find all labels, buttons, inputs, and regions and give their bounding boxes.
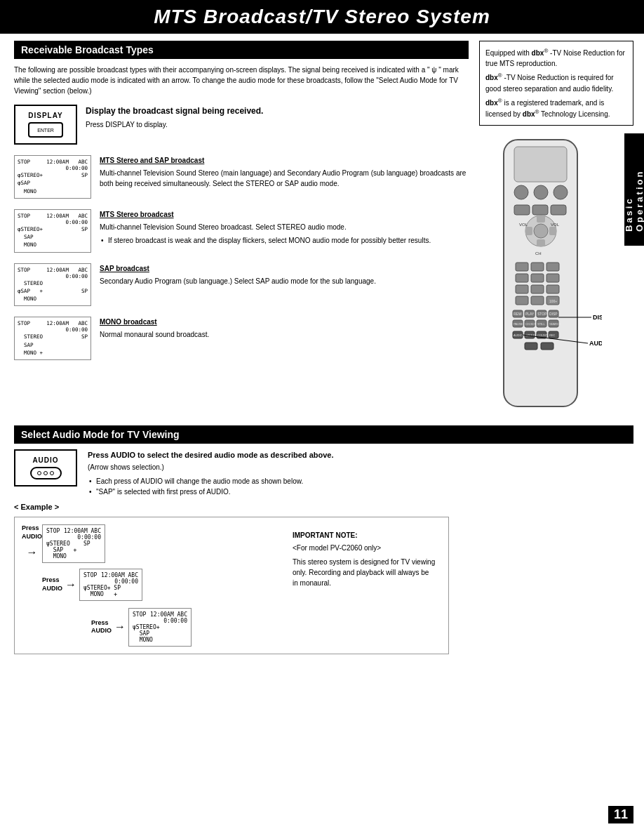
audio-dot-3: [50, 471, 54, 475]
audio-mode-row: AUDIO Press AUDIO to select the desired …: [14, 449, 633, 497]
svg-text:DISP: DISP: [549, 312, 558, 316]
display-button-shape: ENTER: [28, 122, 63, 138]
press-audio-3-row: PressAUDIO → STOP 12:00AM ABC 0:00:00 ψS…: [91, 608, 192, 647]
svg-rect-55: [541, 343, 554, 350]
svg-text:VOL: VOL: [551, 223, 560, 227]
important-note-text: This stereo system is designed for TV vi…: [293, 557, 436, 588]
dbx-line-2: dbx® -TV Noise Reduction is required for…: [485, 72, 627, 93]
text-mono: Normal monaural sound broadcast.: [100, 329, 469, 340]
svg-text:SEARCH: SEARCH: [549, 322, 561, 326]
tv-display-mts-sap: STOP 12:00AM ABC 0:00:00 φSTEREO+SP φSAP…: [14, 155, 91, 199]
page-number: 11: [608, 806, 633, 823]
intro-text: The following are possible broadcast typ…: [14, 65, 469, 96]
text-mts-stereo: Multi-channel Television Sound Stereo br…: [100, 222, 469, 232]
press-audio-1: PressAUDIO: [22, 524, 42, 541]
title-mts-stereo: MTS Stereo broadcast: [100, 209, 469, 220]
important-note-title: IMPORTANT NOTE:: [293, 530, 436, 541]
broadcast-row-mts-sap: STOP 12:00AM ABC 0:00:00 φSTEREO+SP φSAP…: [14, 155, 469, 199]
desc-mts-stereo: MTS Stereo broadcast Multi-channel Telev…: [100, 209, 469, 246]
svg-rect-7: [551, 205, 566, 215]
svg-text:CH.SCP: CH.SCP: [525, 322, 536, 326]
audio-button-box: AUDIO: [14, 449, 77, 486]
arrow-right-2: →: [65, 578, 76, 591]
svg-text:REW: REW: [514, 312, 522, 316]
desc-mono: MONO broadcast Normal monaural sound bro…: [100, 317, 469, 340]
flow-step-1: PressAUDIO →: [22, 524, 42, 562]
svg-rect-20: [516, 274, 528, 282]
svg-text:DISPLAY: DISPLAY: [593, 314, 602, 321]
broadcast-row-sap: STOP 12:00AM ABC 0:00:00 STEREO φSAP +SP…: [14, 263, 469, 307]
audio-label: AUDIO: [32, 456, 58, 464]
svg-rect-13: [549, 227, 556, 235]
dbx-line-3: dbx® is a registered trademark, and is l…: [485, 97, 627, 120]
dbx-box: Equipped with dbx® -TV Noise Reduction f…: [479, 41, 633, 126]
display-instruction: Press DISPLAY to display.: [86, 119, 469, 130]
remote-svg: VOL VOL CH: [479, 136, 602, 417]
svg-text:STOP: STOP: [537, 312, 547, 316]
bullet-mts-stereo: If stereo broadcast is weak and the disp…: [100, 235, 469, 246]
svg-rect-11: [537, 239, 545, 246]
svg-point-4: [554, 185, 568, 199]
svg-text:100+: 100+: [549, 299, 557, 303]
text-mts-sap: Multi-channel Television Sound Stereo (m…: [100, 168, 469, 189]
audio-mode-title: Press AUDIO to select the desired audio …: [88, 449, 633, 462]
svg-text:COUNT: COUNT: [537, 333, 548, 337]
remote-illustration: VOL VOL CH: [479, 136, 633, 418]
svg-point-2: [514, 185, 528, 199]
svg-point-3: [534, 185, 548, 199]
arrow-right-1: →: [27, 546, 38, 559]
page-title: MTS Broadcast/TV Stereo System: [154, 6, 490, 27]
desc-mts-sap: MTS Stereo and SAP broadcast Multi-chann…: [100, 155, 469, 189]
tv-display-mts-stereo: STOP 12:00AM ABC 0:00:00 φSTEREO+SP SAP …: [14, 209, 91, 253]
svg-text:PAUSE: PAUSE: [514, 322, 523, 326]
display-label: DISPLAY: [28, 112, 62, 119]
main-content: Receivable Broadcast Types The following…: [0, 34, 644, 661]
svg-text:REC: REC: [549, 333, 556, 337]
svg-text:VOL: VOL: [519, 223, 528, 227]
receivable-section-header: Receivable Broadcast Types: [14, 41, 469, 59]
display-button-box: DISPLAY ENTER: [14, 105, 77, 145]
audio-mode-section-header: Select Audio Mode for TV Viewing: [14, 425, 633, 444]
svg-rect-5: [514, 205, 530, 215]
right-column: Equipped with dbx® -TV Noise Reduction f…: [479, 41, 633, 418]
svg-rect-27: [531, 296, 544, 305]
tv-display-mono: STOP 12:00AM ABC 0:00:00 STEREOSP SAP MO…: [14, 317, 91, 360]
svg-rect-17: [516, 263, 528, 271]
svg-rect-1: [514, 147, 567, 182]
svg-text:CH: CH: [535, 251, 542, 256]
press-audio-2-row: PressAUDIO → STOP 12:00AM ABC 0:00:00 ψS…: [42, 569, 142, 601]
title-mts-sap: MTS Stereo and SAP broadcast: [100, 155, 469, 166]
audio-dot-1: [37, 471, 41, 475]
broadcast-row-mts-stereo: STOP 12:00AM ABC 0:00:00 φSTEREO+SP SAP …: [14, 209, 469, 253]
desc-sap: SAP broadcast Secondary Audio Program (s…: [100, 263, 469, 286]
title-mono: MONO broadcast: [100, 317, 469, 327]
display-button-row: DISPLAY ENTER Display the broadcast sign…: [14, 105, 469, 145]
broadcast-row-mono: STOP 12:00AM ABC 0:00:00 STEREOSP SAP MO…: [14, 317, 469, 360]
svg-text:PLAY: PLAY: [525, 312, 535, 316]
svg-rect-6: [532, 205, 548, 215]
tv-display-sap: STOP 12:00AM ABC 0:00:00 STEREO φSAP +SP…: [14, 263, 91, 307]
svg-rect-19: [546, 263, 559, 271]
display-description: Display the broadcast signal being recei…: [86, 105, 469, 130]
svg-rect-23: [516, 285, 528, 293]
svg-text:STILL: STILL: [537, 322, 545, 326]
important-note: IMPORTANT NOTE: <For model PV-C2060 only…: [287, 524, 441, 594]
svg-rect-24: [531, 285, 544, 293]
audio-dot-2: [43, 471, 48, 475]
svg-text:AUDIO: AUDIO: [514, 333, 523, 337]
svg-rect-26: [516, 296, 528, 305]
tv-small-2: STOP 12:00AM ABC 0:00:00 ψSTEREO+ SP MON…: [79, 569, 142, 601]
svg-rect-12: [525, 227, 532, 235]
important-note-col: IMPORTANT NOTE: <For model PV-C2060 only…: [287, 524, 441, 594]
svg-rect-10: [537, 216, 545, 223]
press-audio-3: PressAUDIO: [91, 619, 112, 635]
left-column: Receivable Broadcast Types The following…: [14, 41, 469, 418]
enter-label: ENTER: [37, 128, 54, 133]
press-audio-2: PressAUDIO: [42, 576, 62, 593]
tv-example-1: STOP 12:00AM ABC 0:00:00 ψSTEREO SP SAP …: [42, 524, 192, 647]
svg-rect-18: [531, 263, 544, 271]
svg-rect-25: [546, 285, 559, 293]
tv-small-3: STOP 12:00AM ABC 0:00:00 ψSTEREO+ SAP MO…: [128, 608, 192, 647]
svg-rect-21: [531, 274, 544, 282]
page-header: MTS Broadcast/TV Stereo System: [0, 0, 644, 34]
